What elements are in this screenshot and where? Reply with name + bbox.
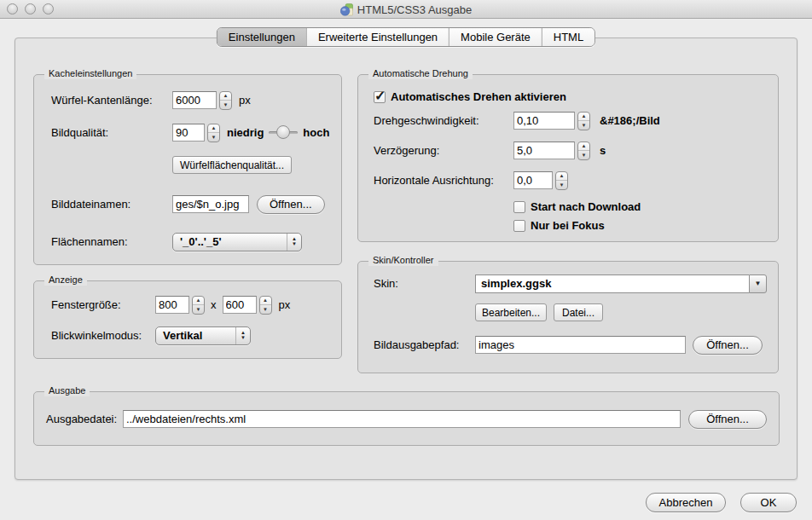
quality-high-label: hoch [303,126,329,139]
group-title-anzeige: Anzeige [44,274,87,286]
skin-label: Skin: [374,277,475,290]
stepper-up-icon: ▲ [208,124,219,134]
stepper-down-icon: ▼ [556,181,567,189]
tab-erweiterte-einstellungen[interactable]: Erweiterte Einstellungen [307,28,450,46]
window-width-stepper[interactable]: ▲ ▼ [192,296,205,315]
auto-rotate-label: Automatisches Drehen aktivieren [391,90,566,103]
delay-stepper[interactable]: ▲ ▼ [577,142,590,160]
window-size-label: Fenstergröße: [51,298,155,311]
image-quality-label: Bildqualität: [51,126,172,139]
stepper-up-icon: ▲ [260,297,271,306]
view-mode-popup[interactable]: Vertikal ▲▼ [155,326,251,345]
stepper-up-icon: ▲ [578,142,589,152]
group-automatische-drehung: Automatische Drehung Automatisches Drehe… [357,74,779,242]
quality-low-label: niedrig [227,126,264,139]
popup-arrows-icon: ▲▼ [235,327,250,344]
output-file-label: Ausgabedatei: [46,413,123,425]
path-open-button[interactable]: Öffnen... [693,336,763,355]
stepper-up-icon: ▲ [193,297,204,306]
cube-edge-length-unit: px [239,94,251,107]
settings-pane: Kacheleinstellungen Würfel-Kantenlänge: … [14,38,798,480]
group-title-ausgabe: Ausgabe [44,385,90,396]
title-bar: HTML5/CSS3 Ausgabe [0,0,812,19]
face-names-value: '_0'..'_5' [173,234,287,251]
image-filename-label: Bilddateinamen: [51,198,172,211]
image-quality-input[interactable] [172,124,205,142]
group-title-kacheleinstellungen: Kacheleinstellungen [44,68,136,79]
tab-html[interactable]: HTML [542,28,594,46]
filename-open-button[interactable]: Öffnen... [257,195,325,214]
image-quality-stepper[interactable]: ▲ ▼ [207,124,220,142]
cancel-button[interactable]: Abbrechen [646,493,726,512]
cube-edge-length-stepper[interactable]: ▲ ▼ [219,91,232,110]
slider-knob[interactable] [276,125,290,139]
stepper-up-icon: ▲ [578,113,589,122]
rotation-speed-label: Drehgeschwindigkeit: [374,114,513,127]
face-names-label: Flächennamen: [51,235,172,248]
stepper-down-icon: ▼ [208,133,219,142]
group-title-automatische-drehung: Automatische Drehung [368,68,473,79]
delay-label: Verzögerung: [374,144,513,157]
skin-edit-button[interactable]: Bearbeiten... [475,303,547,321]
view-mode-label: Blickwinkelmodus: [51,329,155,342]
horizontal-align-label: Horizontale Ausrichtung: [374,174,513,187]
skin-value: simplex.ggsk [475,274,749,293]
popup-arrows-icon: ▲▼ [287,234,301,251]
horizontal-align-stepper[interactable]: ▲ ▼ [555,171,568,190]
start-after-download-checkbox[interactable] [513,201,525,213]
group-kacheleinstellungen: Kacheleinstellungen Würfel-Kantenlänge: … [33,74,342,265]
face-names-popup[interactable]: '_0'..'_5' ▲▼ [172,233,302,251]
combo-dropdown-icon[interactable]: ▼ [749,274,767,293]
window-height-input[interactable] [223,296,257,314]
image-filename-input[interactable] [172,195,249,213]
only-on-focus-label: Nur bei Fokus [531,219,605,232]
image-output-path-input[interactable] [475,336,686,354]
cube-edge-length-label: Würfel-Kantenlänge: [51,94,172,107]
stepper-down-icon: ▼ [578,121,589,130]
tab-einstellungen[interactable]: Einstellungen [218,28,307,46]
app-icon [340,3,353,16]
image-output-path-label: Bildausgabepfad: [374,338,475,351]
stepper-down-icon: ▼ [193,305,204,314]
ok-button[interactable]: OK [740,493,797,512]
group-title-skin-kontroller: Skin/Kontroller [368,255,438,266]
rotation-speed-stepper[interactable]: ▲ ▼ [577,112,590,130]
tab-mobile-geraete[interactable]: Mobile Geräte [450,28,542,46]
window-width-input[interactable] [155,296,189,314]
skin-combobox[interactable]: simplex.ggsk ▼ [475,274,767,293]
delay-input[interactable] [513,142,575,159]
cube-face-quality-button[interactable]: Würfelflächenqualität... [172,156,292,174]
cube-edge-length-input[interactable] [172,91,217,109]
window-height-stepper[interactable]: ▲ ▼ [259,296,272,315]
size-separator: x [211,298,217,311]
window-title: HTML5/CSS3 Ausgabe [357,3,472,16]
horizontal-align-input[interactable] [513,171,553,189]
start-after-download-label: Start nach Download [531,200,641,213]
rotation-speed-input[interactable] [513,112,575,130]
delay-unit: s [600,144,606,157]
only-on-focus-checkbox[interactable] [513,220,525,232]
stepper-down-icon: ▼ [578,151,589,159]
image-quality-slider[interactable] [269,125,298,140]
stepper-down-icon: ▼ [260,305,271,314]
group-ausgabe: Ausgabe Ausgabedatei: Öffnen... [33,391,780,446]
view-mode-value: Vertikal [156,327,235,344]
skin-file-button[interactable]: Datei... [554,303,603,321]
group-skin-kontroller: Skin/Kontroller Skin: simplex.ggsk ▼ Bea… [357,261,779,373]
rotation-speed-unit: &#186;/Bild [600,114,660,127]
tab-bar: Einstellungen Erweiterte Einstellungen M… [217,27,595,47]
group-anzeige: Anzeige Fenstergröße: ▲ ▼ x ▲ ▼ px Blick… [33,280,342,359]
stepper-down-icon: ▼ [220,101,231,109]
stepper-up-icon: ▲ [556,172,567,182]
output-open-button[interactable]: Öffnen... [688,410,767,429]
dialog-window: { "titlebar": { "title": "HTML5/CSS3 Aus… [0,0,812,520]
auto-rotate-checkbox[interactable] [374,91,386,103]
window-size-unit: px [279,298,291,311]
stepper-up-icon: ▲ [220,92,231,101]
output-file-input[interactable] [123,410,681,428]
